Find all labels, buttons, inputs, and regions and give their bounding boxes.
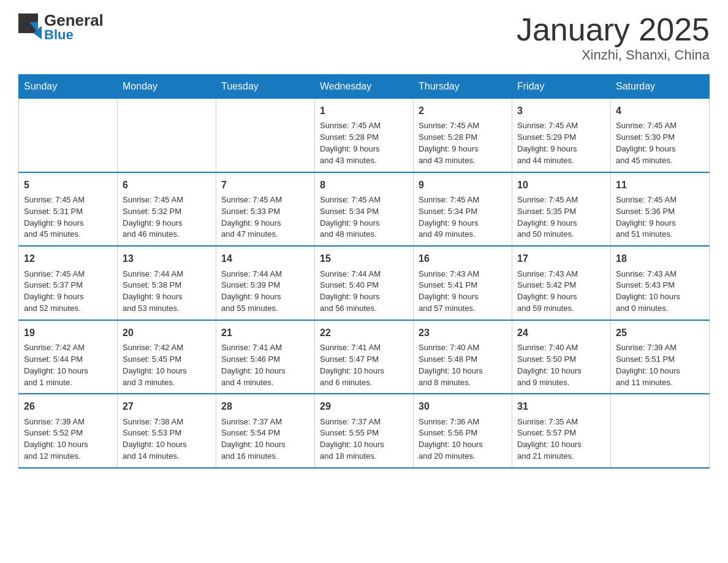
calendar-cell: 24Sunrise: 7:40 AM Sunset: 5:50 PM Dayli… bbox=[512, 320, 611, 394]
calendar-cell: 18Sunrise: 7:43 AM Sunset: 5:43 PM Dayli… bbox=[611, 246, 710, 320]
day-info: Sunrise: 7:45 AM Sunset: 5:34 PM Dayligh… bbox=[419, 194, 507, 240]
day-info: Sunrise: 7:44 AM Sunset: 5:40 PM Dayligh… bbox=[320, 269, 408, 315]
day-number: 24 bbox=[517, 326, 605, 340]
day-number: 3 bbox=[517, 104, 605, 118]
calendar-cell: 25Sunrise: 7:39 AM Sunset: 5:51 PM Dayli… bbox=[611, 320, 710, 394]
calendar-cell: 14Sunrise: 7:44 AM Sunset: 5:39 PM Dayli… bbox=[216, 246, 315, 320]
calendar-cell bbox=[19, 99, 118, 172]
day-number: 31 bbox=[517, 399, 605, 413]
day-number: 6 bbox=[123, 178, 211, 192]
calendar-cell: 20Sunrise: 7:42 AM Sunset: 5:45 PM Dayli… bbox=[118, 320, 216, 394]
day-info: Sunrise: 7:42 AM Sunset: 5:44 PM Dayligh… bbox=[24, 342, 112, 388]
calendar-cell: 19Sunrise: 7:42 AM Sunset: 5:44 PM Dayli… bbox=[19, 320, 118, 394]
weekday-header-tuesday: Tuesday bbox=[216, 75, 315, 99]
day-info: Sunrise: 7:37 AM Sunset: 5:55 PM Dayligh… bbox=[320, 416, 408, 462]
calendar-cell: 28Sunrise: 7:37 AM Sunset: 5:54 PM Dayli… bbox=[216, 394, 315, 468]
weekday-header-sunday: Sunday bbox=[19, 75, 118, 99]
day-number: 29 bbox=[320, 399, 408, 413]
day-info: Sunrise: 7:35 AM Sunset: 5:57 PM Dayligh… bbox=[517, 416, 605, 462]
calendar-cell: 4Sunrise: 7:45 AM Sunset: 5:30 PM Daylig… bbox=[611, 99, 710, 172]
day-info: Sunrise: 7:39 AM Sunset: 5:51 PM Dayligh… bbox=[616, 342, 704, 388]
calendar-cell bbox=[611, 394, 710, 468]
page-header: General Blue January 2025 Xinzhi, Shanxi… bbox=[18, 12, 710, 63]
day-number: 22 bbox=[320, 326, 408, 340]
day-info: Sunrise: 7:43 AM Sunset: 5:41 PM Dayligh… bbox=[419, 269, 507, 315]
calendar-cell: 8Sunrise: 7:45 AM Sunset: 5:34 PM Daylig… bbox=[315, 172, 414, 247]
calendar-cell: 7Sunrise: 7:45 AM Sunset: 5:33 PM Daylig… bbox=[216, 172, 315, 247]
day-number: 11 bbox=[616, 178, 704, 192]
calendar-cell: 6Sunrise: 7:45 AM Sunset: 5:32 PM Daylig… bbox=[118, 172, 216, 247]
calendar-cell: 11Sunrise: 7:45 AM Sunset: 5:36 PM Dayli… bbox=[611, 172, 710, 247]
calendar-cell: 30Sunrise: 7:36 AM Sunset: 5:56 PM Dayli… bbox=[414, 394, 512, 468]
day-info: Sunrise: 7:41 AM Sunset: 5:46 PM Dayligh… bbox=[221, 342, 309, 388]
day-number: 14 bbox=[221, 251, 309, 266]
day-info: Sunrise: 7:45 AM Sunset: 5:28 PM Dayligh… bbox=[320, 120, 408, 166]
calendar-header-row: SundayMondayTuesdayWednesdayThursdayFrid… bbox=[19, 75, 710, 99]
day-info: Sunrise: 7:40 AM Sunset: 5:50 PM Dayligh… bbox=[517, 342, 605, 388]
weekday-header-saturday: Saturday bbox=[611, 75, 710, 99]
day-info: Sunrise: 7:39 AM Sunset: 5:52 PM Dayligh… bbox=[24, 416, 112, 462]
day-number: 23 bbox=[419, 326, 507, 340]
day-info: Sunrise: 7:45 AM Sunset: 5:30 PM Dayligh… bbox=[616, 120, 704, 166]
calendar-week-1: 1Sunrise: 7:45 AM Sunset: 5:28 PM Daylig… bbox=[19, 99, 710, 172]
calendar-cell: 27Sunrise: 7:38 AM Sunset: 5:53 PM Dayli… bbox=[118, 394, 216, 468]
calendar-cell: 23Sunrise: 7:40 AM Sunset: 5:48 PM Dayli… bbox=[414, 320, 512, 394]
day-info: Sunrise: 7:44 AM Sunset: 5:39 PM Dayligh… bbox=[221, 269, 309, 315]
day-number: 7 bbox=[221, 178, 309, 192]
day-info: Sunrise: 7:36 AM Sunset: 5:56 PM Dayligh… bbox=[419, 416, 507, 462]
calendar-cell: 2Sunrise: 7:45 AM Sunset: 5:28 PM Daylig… bbox=[414, 99, 512, 172]
day-number: 26 bbox=[24, 399, 112, 413]
calendar-subtitle: Xinzhi, Shanxi, China bbox=[517, 47, 710, 63]
day-number: 8 bbox=[320, 178, 408, 192]
day-info: Sunrise: 7:37 AM Sunset: 5:54 PM Dayligh… bbox=[221, 416, 309, 462]
weekday-header-thursday: Thursday bbox=[414, 75, 512, 99]
calendar-cell: 3Sunrise: 7:45 AM Sunset: 5:29 PM Daylig… bbox=[512, 99, 611, 172]
day-number: 15 bbox=[320, 251, 408, 266]
day-number: 2 bbox=[419, 104, 507, 118]
day-number: 12 bbox=[24, 251, 112, 266]
day-number: 19 bbox=[24, 326, 112, 340]
day-number: 27 bbox=[123, 399, 211, 413]
calendar-title: January 2025 bbox=[517, 12, 710, 47]
day-number: 9 bbox=[419, 178, 507, 192]
day-info: Sunrise: 7:43 AM Sunset: 5:42 PM Dayligh… bbox=[517, 269, 605, 315]
day-info: Sunrise: 7:44 AM Sunset: 5:38 PM Dayligh… bbox=[123, 269, 211, 315]
day-info: Sunrise: 7:45 AM Sunset: 5:37 PM Dayligh… bbox=[24, 269, 112, 315]
weekday-header-friday: Friday bbox=[512, 75, 611, 99]
day-number: 16 bbox=[419, 251, 507, 266]
weekday-header-monday: Monday bbox=[118, 75, 216, 99]
calendar-cell: 21Sunrise: 7:41 AM Sunset: 5:46 PM Dayli… bbox=[216, 320, 315, 394]
calendar-cell bbox=[118, 99, 216, 172]
day-number: 25 bbox=[616, 326, 704, 340]
day-number: 28 bbox=[221, 399, 309, 413]
day-number: 30 bbox=[419, 399, 507, 413]
day-info: Sunrise: 7:43 AM Sunset: 5:43 PM Dayligh… bbox=[616, 269, 704, 315]
day-info: Sunrise: 7:45 AM Sunset: 5:33 PM Dayligh… bbox=[221, 194, 309, 240]
day-info: Sunrise: 7:45 AM Sunset: 5:32 PM Dayligh… bbox=[123, 194, 211, 240]
calendar-cell: 26Sunrise: 7:39 AM Sunset: 5:52 PM Dayli… bbox=[19, 394, 118, 468]
calendar-cell: 31Sunrise: 7:35 AM Sunset: 5:57 PM Dayli… bbox=[512, 394, 611, 468]
day-info: Sunrise: 7:45 AM Sunset: 5:28 PM Dayligh… bbox=[419, 120, 507, 166]
calendar-cell: 17Sunrise: 7:43 AM Sunset: 5:42 PM Dayli… bbox=[512, 246, 611, 320]
day-number: 1 bbox=[320, 104, 408, 118]
day-number: 4 bbox=[616, 104, 704, 118]
calendar-cell: 13Sunrise: 7:44 AM Sunset: 5:38 PM Dayli… bbox=[118, 246, 216, 320]
calendar-week-5: 26Sunrise: 7:39 AM Sunset: 5:52 PM Dayli… bbox=[19, 394, 710, 468]
calendar-cell: 15Sunrise: 7:44 AM Sunset: 5:40 PM Dayli… bbox=[315, 246, 414, 320]
day-number: 13 bbox=[123, 251, 211, 266]
day-info: Sunrise: 7:41 AM Sunset: 5:47 PM Dayligh… bbox=[320, 342, 408, 388]
calendar-cell: 22Sunrise: 7:41 AM Sunset: 5:47 PM Dayli… bbox=[315, 320, 414, 394]
day-number: 18 bbox=[616, 251, 704, 266]
day-number: 21 bbox=[221, 326, 309, 340]
day-info: Sunrise: 7:45 AM Sunset: 5:31 PM Dayligh… bbox=[24, 194, 112, 240]
calendar-cell: 9Sunrise: 7:45 AM Sunset: 5:34 PM Daylig… bbox=[414, 172, 512, 247]
day-number: 20 bbox=[123, 326, 211, 340]
day-info: Sunrise: 7:45 AM Sunset: 5:29 PM Dayligh… bbox=[517, 120, 605, 166]
day-info: Sunrise: 7:42 AM Sunset: 5:45 PM Dayligh… bbox=[123, 342, 211, 388]
day-info: Sunrise: 7:45 AM Sunset: 5:35 PM Dayligh… bbox=[517, 194, 605, 240]
day-info: Sunrise: 7:45 AM Sunset: 5:36 PM Dayligh… bbox=[616, 194, 704, 240]
calendar-table: SundayMondayTuesdayWednesdayThursdayFrid… bbox=[18, 74, 710, 469]
calendar-week-4: 19Sunrise: 7:42 AM Sunset: 5:44 PM Dayli… bbox=[19, 320, 710, 394]
logo-general-text: General bbox=[44, 12, 104, 28]
day-number: 5 bbox=[24, 178, 112, 192]
